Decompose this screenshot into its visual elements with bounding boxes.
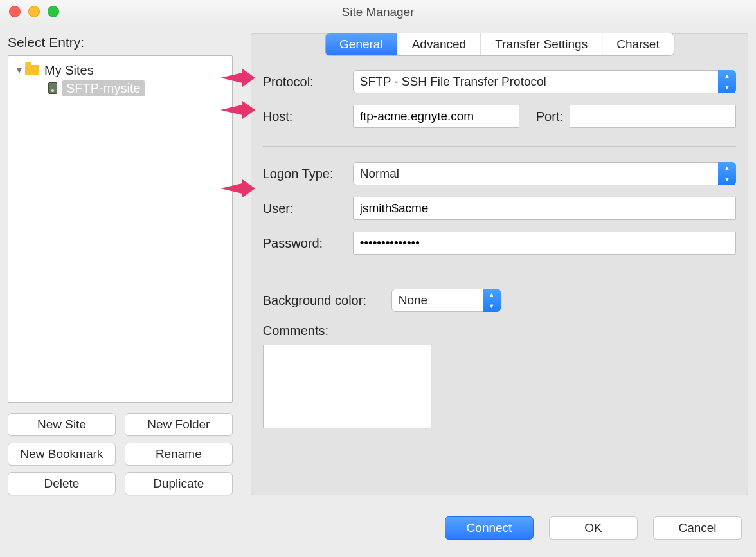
tab-transfer[interactable]: Transfer Settings [481, 33, 602, 55]
logon-type-label: Logon Type: [263, 167, 353, 181]
user-label: User: [263, 201, 353, 216]
logon-type-value: Normal [360, 167, 399, 181]
new-bookmark-button[interactable]: New Bookmark [8, 443, 116, 466]
window-controls [9, 6, 59, 17]
tree-root-label: My Sites [44, 63, 94, 78]
dialog-footer: Connect OK Cancel [0, 507, 756, 540]
bg-color-value: None [399, 293, 428, 307]
settings-tabs: General Advanced Transfer Settings Chars… [325, 33, 674, 56]
new-site-button[interactable]: New Site [8, 413, 116, 436]
ok-button[interactable]: OK [549, 516, 638, 540]
minimize-window-button[interactable] [28, 6, 40, 17]
folder-icon [25, 65, 39, 75]
zoom-window-button[interactable] [48, 6, 59, 17]
delete-button[interactable]: Delete [8, 472, 116, 495]
tab-general[interactable]: General [325, 33, 398, 55]
user-input[interactable] [353, 197, 736, 220]
site-manager-window: Site Manager Select Entry: ▼ My Sites SF… [0, 0, 756, 557]
password-label: Password: [263, 236, 353, 251]
divider [263, 146, 736, 147]
protocol-select[interactable]: SFTP - SSH File Transfer Protocol ▲▼ [353, 70, 736, 93]
bg-color-label: Background color: [263, 293, 392, 308]
comments-textarea[interactable] [263, 345, 431, 428]
stepper-icon: ▲▼ [718, 162, 736, 185]
site-tree[interactable]: ▼ My Sites SFTP-mysite [8, 55, 233, 403]
protocol-label: Protocol: [263, 75, 353, 89]
cancel-button[interactable]: Cancel [653, 516, 742, 540]
entry-sidebar: Select Entry: ▼ My Sites SFTP-mysite New… [8, 33, 233, 495]
divider [263, 273, 736, 273]
window-title: Site Manager [341, 5, 414, 19]
comments-label: Comments: [263, 324, 736, 338]
tab-charset[interactable]: Charset [602, 33, 674, 55]
logon-type-select[interactable]: Normal ▲▼ [353, 162, 736, 185]
port-input[interactable] [570, 105, 736, 128]
stepper-icon: ▲▼ [483, 289, 501, 312]
chevron-down-icon[interactable]: ▼ [14, 65, 25, 75]
tree-root-my-sites[interactable]: ▼ My Sites [14, 61, 227, 79]
new-folder-button[interactable]: New Folder [125, 413, 233, 436]
server-icon [48, 82, 57, 94]
connect-button[interactable]: Connect [445, 516, 534, 540]
tree-item-label: SFTP-mysite [62, 80, 145, 96]
duplicate-button[interactable]: Duplicate [125, 472, 233, 495]
tab-advanced[interactable]: Advanced [398, 33, 482, 55]
select-entry-label: Select Entry: [8, 35, 233, 50]
bg-color-select[interactable]: None ▲▼ [392, 289, 501, 312]
host-input[interactable] [353, 105, 519, 128]
stepper-icon: ▲▼ [718, 70, 736, 93]
settings-panel: General Advanced Transfer Settings Chars… [251, 33, 748, 495]
rename-button[interactable]: Rename [125, 443, 233, 466]
tree-item-sftp-mysite[interactable]: SFTP-mysite [48, 79, 227, 97]
port-label: Port: [536, 109, 563, 124]
close-window-button[interactable] [9, 6, 21, 17]
protocol-value: SFTP - SSH File Transfer Protocol [360, 75, 546, 89]
host-label: Host: [263, 109, 353, 124]
titlebar: Site Manager [0, 0, 756, 24]
password-input[interactable] [353, 232, 736, 255]
